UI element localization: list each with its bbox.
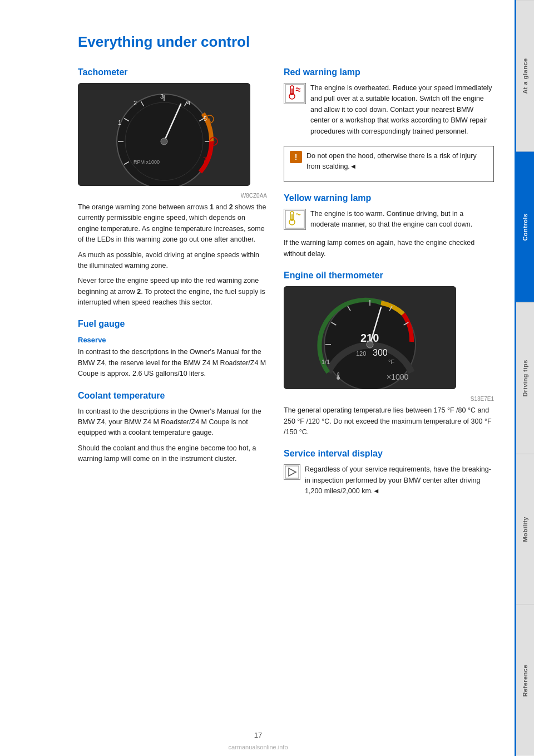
red-warning-body: The engine is overheated. Reduce your sp… — [310, 83, 494, 137]
service-icon-box — [284, 464, 300, 480]
svg-text:1: 1 — [118, 119, 121, 126]
svg-marker-51 — [289, 468, 296, 476]
yellow-lamp-icon-box — [284, 209, 306, 230]
warning-box: ! Do not open the hood, otherwise there … — [284, 146, 494, 182]
svg-text:2: 2 — [134, 100, 137, 106]
svg-text:°F: °F — [388, 359, 394, 365]
svg-point-47 — [367, 341, 373, 348]
yellow-warning-heading: Yellow warning lamp — [284, 193, 494, 203]
svg-text:3: 3 — [160, 93, 164, 100]
svg-point-19 — [161, 138, 167, 145]
oil-thermo-body1: The general operating temperature lies b… — [284, 405, 494, 438]
sidebar-tab-at-a-glance[interactable]: At a glance — [516, 0, 534, 151]
svg-text:RPM x1000: RPM x1000 — [134, 159, 160, 165]
coolant-body1: In contrast to the descriptions in the O… — [78, 406, 267, 439]
main-content: Everything under control Tachometer — [0, 0, 516, 756]
fuel-gauge-subheading: Reserve — [78, 336, 267, 344]
sidebar-tab-controls[interactable]: Controls — [516, 151, 534, 303]
red-warning-heading: Red warning lamp — [284, 67, 494, 77]
fuel-gauge-body: In contrast to the descriptions in the O… — [78, 347, 267, 379]
yellow-warning-body1: The engine is too warm. Continue driving… — [310, 209, 494, 230]
warning-triangle-icon: ! — [290, 151, 302, 163]
svg-text:120: 120 — [356, 350, 366, 357]
tachometer-body2: As much as possible, avoid driving at en… — [78, 250, 267, 272]
watermark: carmanualsonline.info — [0, 744, 516, 750]
red-lamp-icon-box — [284, 83, 306, 104]
red-lamp-indicator: The engine is overheated. Reduce your sp… — [284, 83, 494, 141]
svg-text:4: 4 — [187, 100, 190, 106]
sidebar-tab-reference[interactable]: Reference — [516, 605, 534, 756]
service-interval-body: Regardless of your service requirements,… — [305, 464, 494, 497]
oil-image-ref: S13E7E1 — [284, 396, 494, 402]
page-title: Everything under control — [78, 33, 494, 51]
svg-text:2: 2 — [212, 140, 215, 145]
svg-rect-29 — [285, 210, 304, 228]
sidebar-tab-mobility[interactable]: Mobility — [516, 454, 534, 605]
tachometer-body1: The orange warning zone between arrows 1… — [78, 202, 267, 246]
coolant-heading: Coolant temperature — [78, 391, 267, 401]
service-interval-heading: Service interval display — [284, 449, 494, 459]
tachometer-heading: Tachometer — [78, 67, 267, 77]
tachometer-image: 1 2 3 4 5 6 7 1 2 — [78, 83, 250, 186]
yellow-warning-body2: If the warning lamp comes on again, have… — [284, 238, 494, 259]
svg-text:×1000: ×1000 — [387, 372, 409, 381]
sidebar: At a glance Controls Driving tips Mobili… — [516, 0, 534, 756]
svg-text:300: 300 — [373, 348, 388, 357]
sidebar-tab-driving-tips[interactable]: Driving tips — [516, 302, 534, 454]
coolant-body2: Should the coolant and thus the engine b… — [78, 443, 267, 465]
left-column: Tachometer — [78, 67, 267, 504]
tachometer-body3: Never force the engine speed up into the… — [78, 276, 267, 308]
yellow-lamp-indicator: The engine is too warm. Continue driving… — [284, 209, 494, 235]
svg-text:🌡: 🌡 — [334, 371, 344, 382]
right-column: Red warning lamp — [284, 67, 494, 504]
oil-thermo-heading: Engine oil thermometer — [284, 271, 494, 281]
svg-text:7: 7 — [203, 156, 206, 163]
oil-thermometer-image: 210 300 120 °F 1/1 🌡 ×1000 — [284, 286, 456, 389]
svg-text:1/1: 1/1 — [322, 359, 330, 365]
svg-text:1: 1 — [208, 117, 211, 123]
tacho-image-ref: W8CZ0AA — [78, 193, 267, 199]
page-number: 17 — [254, 731, 262, 739]
fuel-gauge-heading: Fuel gauge — [78, 319, 267, 329]
service-interval-indicator: Regardless of your service requirements,… — [284, 464, 494, 501]
svg-rect-25 — [285, 85, 304, 102]
warning-box-text: Do not open the hood, otherwise there is… — [306, 151, 488, 173]
